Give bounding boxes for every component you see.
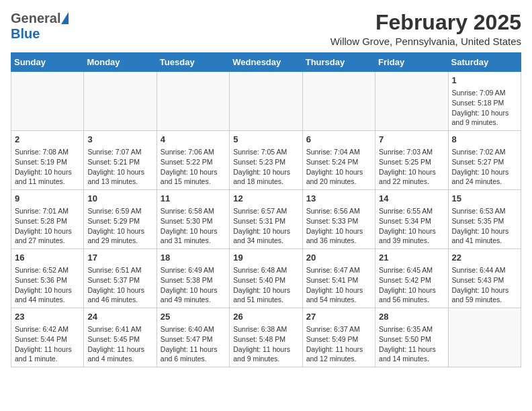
day-info: Sunrise: 6:57 AM Sunset: 5:31 PM Dayligh… bbox=[233, 206, 298, 246]
calendar-cell: 15Sunrise: 6:53 AM Sunset: 5:35 PM Dayli… bbox=[448, 190, 521, 249]
calendar-week-row: 2Sunrise: 7:08 AM Sunset: 5:19 PM Daylig… bbox=[11, 131, 521, 190]
calendar-cell: 10Sunrise: 6:59 AM Sunset: 5:29 PM Dayli… bbox=[84, 190, 157, 249]
day-info: Sunrise: 6:48 AM Sunset: 5:40 PM Dayligh… bbox=[233, 265, 298, 305]
calendar-cell: 9Sunrise: 7:01 AM Sunset: 5:28 PM Daylig… bbox=[11, 190, 84, 249]
day-info: Sunrise: 6:53 AM Sunset: 5:35 PM Dayligh… bbox=[452, 206, 517, 246]
day-info: Sunrise: 6:40 AM Sunset: 5:47 PM Dayligh… bbox=[161, 324, 226, 364]
day-info: Sunrise: 6:59 AM Sunset: 5:29 PM Dayligh… bbox=[87, 206, 152, 246]
day-info: Sunrise: 7:08 AM Sunset: 5:19 PM Dayligh… bbox=[15, 147, 80, 187]
calendar-cell: 22Sunrise: 6:44 AM Sunset: 5:43 PM Dayli… bbox=[448, 249, 521, 308]
calendar-cell bbox=[11, 72, 84, 131]
day-number: 28 bbox=[379, 311, 444, 323]
weekday-header-thursday: Thursday bbox=[302, 53, 375, 72]
logo-blue-text: Blue bbox=[11, 26, 40, 41]
calendar-week-row: 23Sunrise: 6:42 AM Sunset: 5:44 PM Dayli… bbox=[11, 308, 521, 367]
day-number: 24 bbox=[87, 311, 152, 323]
calendar-cell bbox=[230, 72, 302, 131]
day-number: 17 bbox=[87, 252, 152, 264]
calendar-cell bbox=[302, 72, 375, 131]
calendar-cell: 25Sunrise: 6:40 AM Sunset: 5:47 PM Dayli… bbox=[157, 308, 229, 367]
day-number: 4 bbox=[161, 134, 226, 146]
calendar-cell: 1Sunrise: 7:09 AM Sunset: 5:18 PM Daylig… bbox=[448, 72, 521, 131]
day-number: 7 bbox=[379, 134, 444, 146]
day-info: Sunrise: 6:52 AM Sunset: 5:36 PM Dayligh… bbox=[15, 265, 80, 305]
weekday-header-monday: Monday bbox=[84, 53, 157, 72]
day-info: Sunrise: 6:49 AM Sunset: 5:38 PM Dayligh… bbox=[161, 265, 226, 305]
calendar-cell: 13Sunrise: 6:56 AM Sunset: 5:33 PM Dayli… bbox=[302, 190, 375, 249]
calendar-header-row: SundayMondayTuesdayWednesdayThursdayFrid… bbox=[11, 53, 521, 72]
day-number: 20 bbox=[306, 252, 371, 264]
day-info: Sunrise: 7:03 AM Sunset: 5:25 PM Dayligh… bbox=[379, 147, 444, 187]
calendar-cell: 12Sunrise: 6:57 AM Sunset: 5:31 PM Dayli… bbox=[230, 190, 302, 249]
day-number: 27 bbox=[306, 311, 371, 323]
calendar-cell: 20Sunrise: 6:47 AM Sunset: 5:41 PM Dayli… bbox=[302, 249, 375, 308]
day-number: 1 bbox=[452, 75, 517, 87]
day-info: Sunrise: 6:51 AM Sunset: 5:37 PM Dayligh… bbox=[87, 265, 152, 305]
month-title: February 2025 bbox=[330, 11, 521, 34]
day-number: 8 bbox=[452, 134, 517, 146]
day-info: Sunrise: 6:56 AM Sunset: 5:33 PM Dayligh… bbox=[306, 206, 371, 246]
calendar-week-row: 9Sunrise: 7:01 AM Sunset: 5:28 PM Daylig… bbox=[11, 190, 521, 249]
calendar-week-row: 16Sunrise: 6:52 AM Sunset: 5:36 PM Dayli… bbox=[11, 249, 521, 308]
weekday-header-friday: Friday bbox=[375, 53, 448, 72]
calendar-cell: 6Sunrise: 7:04 AM Sunset: 5:24 PM Daylig… bbox=[302, 131, 375, 190]
day-number: 22 bbox=[452, 252, 517, 264]
day-number: 2 bbox=[15, 134, 80, 146]
calendar-cell bbox=[157, 72, 229, 131]
calendar-cell: 24Sunrise: 6:41 AM Sunset: 5:45 PM Dayli… bbox=[84, 308, 157, 367]
logo-general-text: General bbox=[11, 11, 60, 26]
day-info: Sunrise: 6:38 AM Sunset: 5:48 PM Dayligh… bbox=[233, 324, 298, 364]
calendar-cell: 23Sunrise: 6:42 AM Sunset: 5:44 PM Dayli… bbox=[11, 308, 84, 367]
day-number: 6 bbox=[306, 134, 371, 146]
weekday-header-tuesday: Tuesday bbox=[157, 53, 229, 72]
day-info: Sunrise: 6:47 AM Sunset: 5:41 PM Dayligh… bbox=[306, 265, 371, 305]
day-number: 25 bbox=[161, 311, 226, 323]
location-text: Willow Grove, Pennsylvania, United State… bbox=[330, 36, 521, 47]
day-number: 21 bbox=[379, 252, 444, 264]
calendar-cell: 26Sunrise: 6:38 AM Sunset: 5:48 PM Dayli… bbox=[230, 308, 302, 367]
day-info: Sunrise: 6:45 AM Sunset: 5:42 PM Dayligh… bbox=[379, 265, 444, 305]
day-info: Sunrise: 7:05 AM Sunset: 5:23 PM Dayligh… bbox=[233, 147, 298, 187]
calendar-cell: 27Sunrise: 6:37 AM Sunset: 5:49 PM Dayli… bbox=[302, 308, 375, 367]
title-block: February 2025 Willow Grove, Pennsylvania… bbox=[330, 11, 521, 47]
day-info: Sunrise: 7:04 AM Sunset: 5:24 PM Dayligh… bbox=[306, 147, 371, 187]
day-number: 10 bbox=[87, 193, 152, 205]
calendar-cell: 8Sunrise: 7:02 AM Sunset: 5:27 PM Daylig… bbox=[448, 131, 521, 190]
day-info: Sunrise: 7:06 AM Sunset: 5:22 PM Dayligh… bbox=[161, 147, 226, 187]
day-info: Sunrise: 6:44 AM Sunset: 5:43 PM Dayligh… bbox=[452, 265, 517, 305]
calendar-cell: 4Sunrise: 7:06 AM Sunset: 5:22 PM Daylig… bbox=[157, 131, 229, 190]
day-number: 18 bbox=[161, 252, 226, 264]
weekday-header-sunday: Sunday bbox=[11, 53, 84, 72]
day-info: Sunrise: 7:02 AM Sunset: 5:27 PM Dayligh… bbox=[452, 147, 517, 187]
calendar-cell: 19Sunrise: 6:48 AM Sunset: 5:40 PM Dayli… bbox=[230, 249, 302, 308]
day-info: Sunrise: 6:42 AM Sunset: 5:44 PM Dayligh… bbox=[15, 324, 80, 364]
day-info: Sunrise: 7:09 AM Sunset: 5:18 PM Dayligh… bbox=[452, 88, 517, 128]
calendar-table: SundayMondayTuesdayWednesdayThursdayFrid… bbox=[11, 52, 521, 367]
calendar-cell: 21Sunrise: 6:45 AM Sunset: 5:42 PM Dayli… bbox=[375, 249, 448, 308]
calendar-week-row: 1Sunrise: 7:09 AM Sunset: 5:18 PM Daylig… bbox=[11, 72, 521, 131]
day-info: Sunrise: 6:55 AM Sunset: 5:34 PM Dayligh… bbox=[379, 206, 444, 246]
day-info: Sunrise: 6:58 AM Sunset: 5:30 PM Dayligh… bbox=[161, 206, 226, 246]
day-number: 11 bbox=[161, 193, 226, 205]
calendar-cell: 11Sunrise: 6:58 AM Sunset: 5:30 PM Dayli… bbox=[157, 190, 229, 249]
day-number: 23 bbox=[15, 311, 80, 323]
day-number: 13 bbox=[306, 193, 371, 205]
calendar-cell: 17Sunrise: 6:51 AM Sunset: 5:37 PM Dayli… bbox=[84, 249, 157, 308]
day-info: Sunrise: 7:01 AM Sunset: 5:28 PM Dayligh… bbox=[15, 206, 80, 246]
calendar-cell bbox=[84, 72, 157, 131]
logo-triangle-icon bbox=[61, 12, 69, 24]
day-number: 15 bbox=[452, 193, 517, 205]
day-number: 14 bbox=[379, 193, 444, 205]
day-number: 9 bbox=[15, 193, 80, 205]
calendar-cell: 2Sunrise: 7:08 AM Sunset: 5:19 PM Daylig… bbox=[11, 131, 84, 190]
day-number: 16 bbox=[15, 252, 80, 264]
day-number: 12 bbox=[233, 193, 298, 205]
weekday-header-saturday: Saturday bbox=[448, 53, 521, 72]
calendar-cell: 5Sunrise: 7:05 AM Sunset: 5:23 PM Daylig… bbox=[230, 131, 302, 190]
calendar-cell bbox=[375, 72, 448, 131]
calendar-cell bbox=[448, 308, 521, 367]
calendar-cell: 18Sunrise: 6:49 AM Sunset: 5:38 PM Dayli… bbox=[157, 249, 229, 308]
day-info: Sunrise: 6:41 AM Sunset: 5:45 PM Dayligh… bbox=[87, 324, 152, 364]
day-number: 5 bbox=[233, 134, 298, 146]
day-info: Sunrise: 7:07 AM Sunset: 5:21 PM Dayligh… bbox=[87, 147, 152, 187]
